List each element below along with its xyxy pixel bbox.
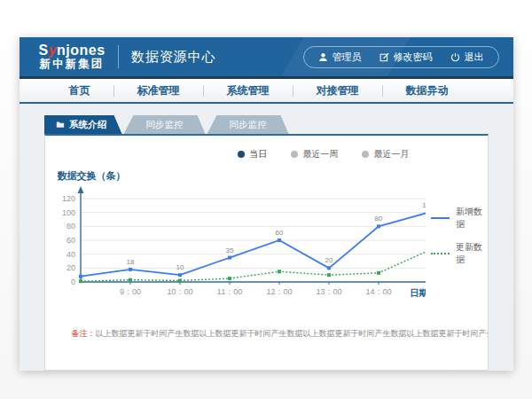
content-panel: 当日 最近一周 最近一月 数据交换（条） 0204060801001209：00… [44, 134, 489, 371]
svg-text:14：00: 14：00 [365, 287, 391, 296]
user-toolbar: 管理员 修改密码 退出 [303, 46, 499, 68]
radio-icon [238, 151, 245, 158]
edit-icon [379, 52, 389, 62]
main-nav: 首页 标准管理 系统管理 对接管理 数据异动 [20, 79, 513, 102]
nav-item-system-mgmt[interactable]: 系统管理 [204, 84, 293, 97]
legend-item[interactable]: 更新数据 [431, 241, 488, 266]
legend-line-swatch [431, 217, 450, 219]
svg-text:100: 100 [61, 208, 74, 217]
app-title: 数据资源中心 [131, 49, 216, 66]
filter-last-week[interactable]: 最近一周 [291, 148, 339, 160]
brand-logo-en: Synjones [39, 43, 106, 59]
radio-icon [362, 151, 369, 158]
nav-item-data-change[interactable]: 数据异动 [383, 84, 472, 97]
current-user-label: 管理员 [332, 51, 362, 64]
svg-text:60: 60 [275, 229, 283, 237]
svg-text:40: 40 [66, 250, 74, 259]
svg-text:日期（小时）: 日期（小时） [410, 287, 426, 299]
svg-text:120: 120 [61, 194, 74, 203]
tab-bar: 系统介绍 同步监控 同步监控 [44, 115, 513, 134]
svg-text:13：00: 13：00 [316, 287, 341, 296]
filter-label: 最近一周 [303, 148, 339, 160]
logout-button[interactable]: 退出 [450, 51, 484, 64]
filter-last-month[interactable]: 最近一月 [362, 148, 410, 160]
chart-y-axis-title: 数据交换（条） [58, 169, 488, 183]
svg-text:35: 35 [225, 246, 233, 254]
legend-label: 更新数据 [456, 241, 487, 266]
brand-logo-cn: 新中新集团 [39, 59, 106, 70]
filter-label: 当日 [250, 148, 268, 160]
range-filter-group: 当日 最近一周 最近一月 [45, 148, 488, 160]
app-header: Synjones 新中新集团 数据资源中心 管理员 修改密码 [20, 37, 513, 76]
current-user-button[interactable]: 管理员 [318, 51, 362, 64]
legend-item[interactable]: 新增数据 [431, 206, 488, 231]
logout-icon [450, 52, 460, 62]
app-window: Synjones 新中新集团 数据资源中心 管理员 修改密码 [20, 37, 513, 371]
chart-legend: 新增数据更新数据 [431, 206, 488, 266]
svg-text:80: 80 [66, 222, 74, 231]
svg-text:12：00: 12：00 [266, 287, 292, 296]
change-password-button[interactable]: 修改密码 [379, 51, 433, 64]
svg-text:100: 100 [422, 201, 426, 209]
svg-text:20: 20 [325, 256, 332, 264]
page-background: Synjones 新中新集团 数据资源中心 管理员 修改密码 [0, 0, 532, 399]
svg-text:9：00: 9：00 [119, 287, 140, 296]
legend-label: 新增数据 [456, 206, 487, 231]
tab-sync-monitor-2[interactable]: 同步监控 [207, 115, 289, 134]
chart-area: 0204060801001209：0010：0011：0012：0013：001… [45, 184, 488, 305]
radio-icon [291, 151, 298, 158]
brand-logo: Synjones 新中新集团 [39, 43, 106, 70]
nav-item-interface-mgmt[interactable]: 对接管理 [293, 84, 382, 97]
svg-text:0: 0 [70, 278, 74, 286]
filter-label: 最近一月 [374, 148, 410, 160]
tab-sync-monitor-1[interactable]: 同步监控 [124, 115, 206, 134]
change-password-label: 修改密码 [394, 51, 433, 64]
nav-item-standard-mgmt[interactable]: 标准管理 [114, 84, 203, 97]
nav-item-home[interactable]: 首页 [46, 84, 113, 97]
tab-label: 系统介绍 [69, 119, 106, 131]
svg-text:11：00: 11：00 [216, 287, 241, 296]
svg-text:10：00: 10：00 [167, 287, 192, 296]
svg-text:18: 18 [126, 258, 134, 266]
footnote: 备注：以上数据更新于时间产生数据以上数据更新于时间产生数据以上数据更新于时间产生… [45, 328, 488, 340]
nav-underline [20, 102, 513, 104]
svg-text:80: 80 [374, 215, 382, 223]
svg-text:60: 60 [66, 236, 74, 245]
tab-label: 同步监控 [146, 119, 184, 131]
tab-system-intro[interactable]: 系统介绍 [44, 115, 122, 134]
legend-line-swatch [431, 253, 450, 254]
svg-text:10: 10 [176, 263, 184, 271]
folder-icon [56, 120, 65, 130]
logout-label: 退出 [465, 51, 484, 64]
tab-label: 同步监控 [230, 119, 267, 131]
footnote-text: 以上数据更新于时间产生数据以上数据更新于时间产生数据以上数据更新于时间产生数据以… [96, 329, 488, 338]
footnote-prefix: 备注： [72, 329, 96, 338]
logo-accent: y [49, 43, 57, 58]
user-icon [318, 52, 328, 62]
filter-today[interactable]: 当日 [238, 148, 268, 160]
svg-text:20: 20 [66, 263, 74, 272]
header-divider [118, 45, 119, 68]
line-chart: 0204060801001209：0010：0011：0012：0013：001… [52, 184, 426, 305]
